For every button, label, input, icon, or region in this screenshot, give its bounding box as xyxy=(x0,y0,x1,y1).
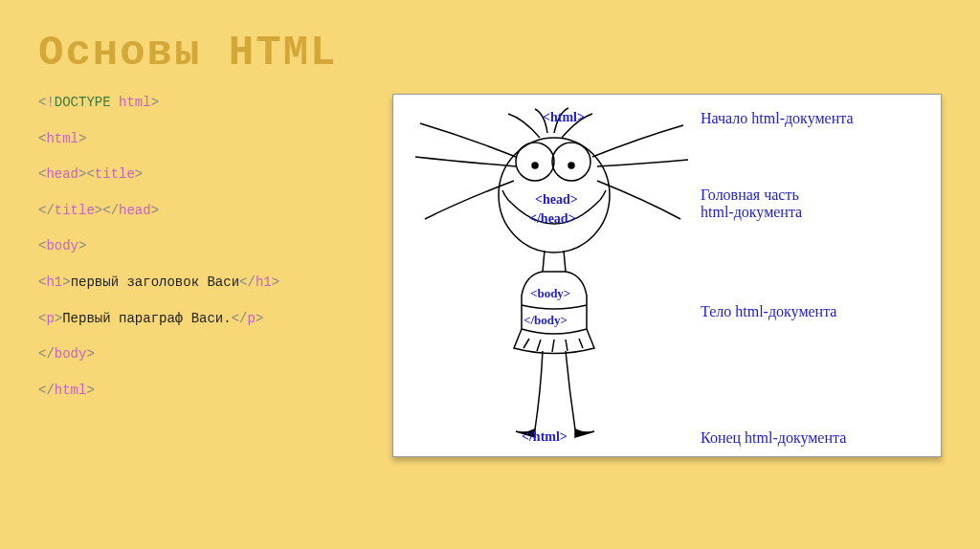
tag: head xyxy=(119,203,151,218)
diagram-tag-html-close: </html> xyxy=(522,429,568,445)
angle: </ xyxy=(232,311,248,326)
cartoon-figure-icon xyxy=(401,104,693,449)
tag: p xyxy=(247,311,255,326)
angle: ></ xyxy=(95,203,119,218)
doctype-kw: DOCTYPE xyxy=(55,95,111,110)
code-line-h1: <h1>первый заголовок Васи</h1> xyxy=(38,274,364,293)
tag: p xyxy=(46,311,54,326)
label-html-end: Конец html-документа xyxy=(701,429,846,447)
tag: h1 xyxy=(256,274,272,290)
code-line-p: <p>Первый параграф Васи.</p> xyxy=(38,310,364,329)
angle: > xyxy=(135,166,143,182)
space xyxy=(111,95,119,110)
label-body-part: Тело html-документа xyxy=(701,303,836,320)
code-line-doctype: <!DOCTYPE html> xyxy=(38,94,364,113)
diagram-tag-html-open: <html> xyxy=(543,110,585,125)
diagram-tag-head-close: </head> xyxy=(529,211,576,227)
angle: <! xyxy=(38,95,55,110)
page-title: Основы HTML xyxy=(38,29,942,77)
diagram-tag-body-close: </body> xyxy=(523,313,568,328)
angle: > xyxy=(86,383,94,398)
label-head-part: Головная часть html-документа xyxy=(701,187,802,221)
svg-point-4 xyxy=(568,163,574,168)
svg-point-3 xyxy=(532,163,538,168)
angle: > xyxy=(151,95,159,110)
svg-point-1 xyxy=(516,143,554,181)
label-html-start: Начало html-документа xyxy=(701,110,854,127)
diagram-tag-body-open: <body> xyxy=(530,286,570,301)
code-line-body-close: </body> xyxy=(38,345,364,364)
angle: > xyxy=(78,131,86,146)
content-text: первый заголовок Васи xyxy=(71,274,239,290)
angle: </ xyxy=(38,203,55,218)
angle: </ xyxy=(38,383,55,398)
tag: html xyxy=(55,383,87,398)
code-block: <!DOCTYPE html> <html> <head><title> </t… xyxy=(38,94,364,457)
tag: title xyxy=(55,203,95,218)
angle: > xyxy=(86,346,94,362)
diagram-tag-head-open: <head> xyxy=(535,192,578,208)
angle: > xyxy=(62,274,70,290)
angle: > xyxy=(151,203,159,218)
code-line-head-title: <head><title> xyxy=(38,165,364,185)
tag: h1 xyxy=(46,274,62,290)
tag: head xyxy=(46,166,78,182)
html-kw: html xyxy=(119,95,151,110)
angle: </ xyxy=(38,346,55,362)
tag: title xyxy=(95,166,135,182)
svg-point-2 xyxy=(552,143,590,181)
code-line-body-open: <body> xyxy=(38,237,364,256)
code-line-html-open: <html> xyxy=(38,130,364,149)
angle: > xyxy=(256,311,263,326)
angle: >< xyxy=(78,166,95,182)
code-line-html-close: </html> xyxy=(38,382,364,401)
diagram-box: <html> <head> </head> <body> </body> </h… xyxy=(392,94,942,457)
tag: body xyxy=(55,346,87,362)
angle: </ xyxy=(239,274,256,290)
angle: > xyxy=(78,238,86,253)
figure-column: <html> <head> </head> <body> </body> </h… xyxy=(401,104,693,447)
tag: html xyxy=(46,131,78,146)
code-line-title-head-close: </title></head> xyxy=(38,202,364,221)
tag: body xyxy=(46,238,78,253)
diagram-labels: Начало html-документа Головная часть htm… xyxy=(701,104,929,447)
angle: > xyxy=(55,311,62,326)
content-text: Первый параграф Васи. xyxy=(62,311,231,326)
content-row: <!DOCTYPE html> <html> <head><title> </t… xyxy=(38,94,942,457)
angle: > xyxy=(272,274,279,290)
